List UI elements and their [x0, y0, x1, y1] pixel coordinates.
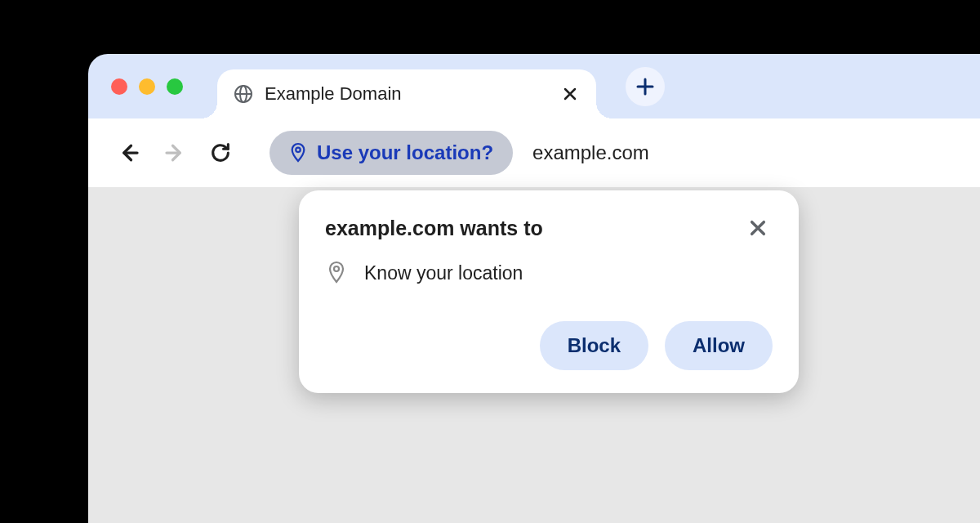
window-controls	[111, 78, 183, 95]
permission-request-row: Know your location	[325, 261, 773, 285]
browser-tab[interactable]: Example Domain	[217, 69, 596, 118]
svg-point-4	[334, 266, 339, 271]
globe-icon	[234, 84, 253, 104]
tab-close-button[interactable]	[560, 84, 580, 104]
permission-popup-close-button[interactable]	[743, 213, 773, 243]
permission-request-text: Know your location	[364, 262, 523, 284]
forward-button[interactable]	[157, 135, 193, 171]
location-pin-icon	[289, 142, 307, 163]
permission-popup: example.com wants to Know your location …	[299, 190, 799, 393]
allow-button[interactable]: Allow	[665, 321, 773, 370]
tab-title: Example Domain	[265, 83, 549, 105]
url-text[interactable]: example.com	[532, 141, 649, 164]
permission-popup-header: example.com wants to	[325, 213, 773, 243]
address-bar[interactable]: Use your location? example.com	[270, 131, 649, 175]
block-button[interactable]: Block	[540, 321, 648, 370]
permission-chip[interactable]: Use your location?	[270, 131, 513, 175]
svg-point-3	[296, 148, 301, 153]
reload-button[interactable]	[203, 135, 238, 171]
location-pin-icon	[327, 261, 346, 285]
window-close-button[interactable]	[111, 78, 127, 95]
window-minimize-button[interactable]	[139, 78, 155, 95]
permission-popup-title: example.com wants to	[325, 217, 543, 240]
browser-window: Example Domain Use your location?	[88, 54, 980, 523]
window-maximize-button[interactable]	[167, 78, 183, 95]
permission-chip-label: Use your location?	[317, 141, 493, 164]
titlebar: Example Domain	[88, 54, 980, 118]
new-tab-button[interactable]	[626, 67, 665, 106]
permission-actions: Block Allow	[325, 321, 773, 370]
back-button[interactable]	[111, 135, 147, 171]
toolbar: Use your location? example.com	[88, 118, 980, 187]
